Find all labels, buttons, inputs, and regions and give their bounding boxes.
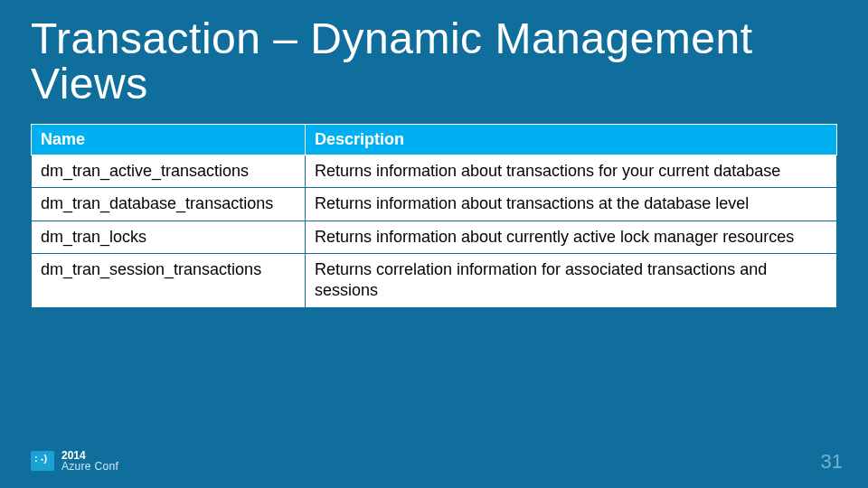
cell-desc: Returns information about transactions f… <box>305 155 836 187</box>
table-row: dm_tran_active_transactions Returns info… <box>32 155 837 187</box>
table-row: dm_tran_database_transactions Returns in… <box>32 188 837 221</box>
table-header-row: Name Description <box>32 124 837 155</box>
table-row: dm_tran_session_transactions Returns cor… <box>32 253 837 307</box>
cell-desc: Returns information about currently acti… <box>305 221 836 253</box>
footer-conf: Azure Conf <box>61 461 118 472</box>
dmv-table: Name Description dm_tran_active_transact… <box>31 124 837 308</box>
azure-smiley-icon <box>31 451 54 471</box>
cell-name: dm_tran_active_transactions <box>32 155 306 187</box>
slide-title: Transaction – Dynamic Management Views <box>31 16 837 108</box>
cell-desc: Returns information about transactions a… <box>305 188 836 221</box>
page-number: 31 <box>821 450 843 474</box>
footer-logo: 2014 Azure Conf <box>31 450 118 472</box>
table-row: dm_tran_locks Returns information about … <box>32 221 837 253</box>
header-description: Description <box>305 124 836 155</box>
header-name: Name <box>32 124 306 155</box>
cell-name: dm_tran_session_transactions <box>32 253 306 307</box>
footer-text: 2014 Azure Conf <box>61 450 118 472</box>
cell-name: dm_tran_locks <box>32 221 306 253</box>
cell-name: dm_tran_database_transactions <box>32 188 306 221</box>
slide: Transaction – Dynamic Management Views N… <box>0 0 868 488</box>
cell-desc: Returns correlation information for asso… <box>305 253 836 307</box>
